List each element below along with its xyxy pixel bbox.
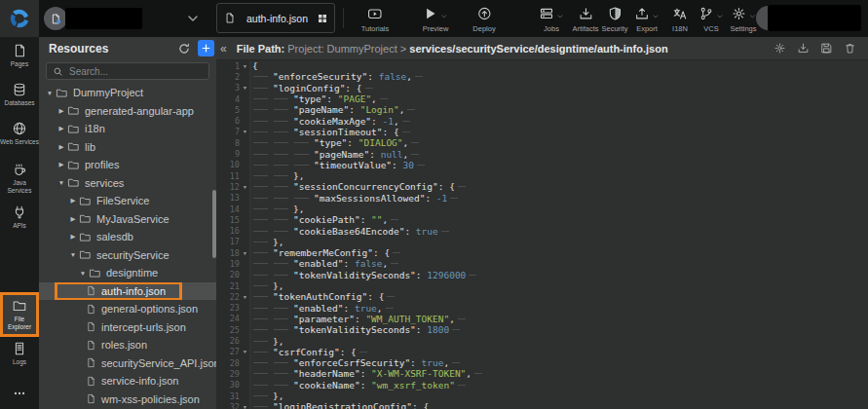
- delete-button[interactable]: [844, 42, 856, 55]
- caret-collapsed-icon[interactable]: ▶: [57, 143, 66, 151]
- collapse-panel-button[interactable]: «: [220, 43, 227, 55]
- sidebar-item-databases[interactable]: Databases: [0, 82, 39, 107]
- tree-item-designtime[interactable]: ▼designtime: [39, 264, 216, 282]
- code-line[interactable]: 5"pageName": "Login",: [216, 104, 868, 115]
- project-icon[interactable]: [44, 7, 67, 30]
- code-line[interactable]: 30"cookieName": "wm_xsrf_token": [216, 380, 868, 390]
- code-line[interactable]: 20"tokenValiditySeconds": 1296000: [216, 270, 868, 280]
- tree-item-service-info-json[interactable]: service-info.json: [39, 372, 216, 390]
- code-line[interactable]: 9"pageName": null,: [216, 148, 868, 159]
- layout-grid-button[interactable]: [311, 13, 334, 24]
- topbar-jobs-button[interactable]: Jobs: [539, 5, 564, 33]
- tree-item-wm-xss-policies-json[interactable]: wm-xss-policies.json: [39, 390, 216, 409]
- tree-item-auth-info-json[interactable]: auth-info.json: [39, 282, 216, 301]
- search-input[interactable]: [67, 65, 203, 78]
- topbar-export-button[interactable]: Export: [634, 5, 660, 33]
- code-line[interactable]: 16"cookieBase64Encode": true: [216, 225, 868, 236]
- code-line[interactable]: 23"enabled": true,: [216, 303, 868, 314]
- sidebar-item-web-services[interactable]: Web Services: [0, 121, 39, 146]
- code-line[interactable]: 28"enforceCsrfSecurity": true,: [216, 357, 868, 368]
- tree-item-lib[interactable]: ▶lib: [39, 138, 216, 157]
- topbar-preview-button[interactable]: Preview: [423, 5, 449, 33]
- caret-expanded-icon[interactable]: ▼: [78, 270, 88, 277]
- tree-item-generated-angular-app[interactable]: ▶generated-angular-app: [39, 102, 216, 121]
- add-resource-button[interactable]: [198, 40, 214, 56]
- code-line[interactable]: 17},: [216, 237, 868, 247]
- sidebar-item-java-services[interactable]: Java Services: [0, 162, 39, 194]
- tree-item-roles-json[interactable]: roles.json: [39, 336, 216, 354]
- topbar-tutorials-button[interactable]: Tutorials: [361, 5, 389, 33]
- code-line[interactable]: 21},: [216, 280, 868, 291]
- code-line[interactable]: 2"enforceSecurity": false,: [216, 71, 868, 82]
- topbar-artifacts-button[interactable]: Artifacts: [572, 5, 598, 33]
- fold-toggle[interactable]: ▼: [240, 294, 250, 300]
- caret-collapsed-icon[interactable]: ▶: [57, 161, 66, 168]
- topbar-security-button[interactable]: Security: [601, 5, 627, 33]
- code-line[interactable]: 24"parameter": "WM_AUTH_TOKEN",: [216, 314, 868, 324]
- code-line[interactable]: 11},: [216, 170, 868, 181]
- code-line[interactable]: 19"enabled": false,: [216, 258, 868, 269]
- chevron-down-icon[interactable]: [185, 11, 201, 26]
- code-line[interactable]: 32▼"loginRegistrationConfig": {: [216, 401, 868, 409]
- fold-toggle[interactable]: ▼: [240, 63, 250, 69]
- topbar-vcs-button[interactable]: VCS: [698, 5, 724, 33]
- caret-collapsed-icon[interactable]: ▶: [57, 107, 66, 115]
- code-editor[interactable]: 1▼{2"enforceSecurity": false,3▼"loginCon…: [216, 60, 868, 409]
- settings-button[interactable]: [774, 42, 786, 55]
- download-button[interactable]: [797, 42, 810, 55]
- caret-collapsed-icon[interactable]: ▶: [68, 197, 78, 204]
- app-logo[interactable]: [0, 0, 39, 37]
- tree-item-intercept-urls-json[interactable]: intercept-urls.json: [39, 318, 216, 337]
- code-line[interactable]: 4"type": "PAGE",: [216, 93, 868, 104]
- caret-collapsed-icon[interactable]: ▶: [68, 233, 78, 241]
- refresh-button[interactable]: [177, 42, 191, 56]
- tree-item-dummyproject[interactable]: ▼DummyProject: [39, 84, 216, 102]
- save-button[interactable]: [820, 42, 833, 55]
- fold-toggle[interactable]: ▼: [240, 349, 250, 354]
- tree-item-general-options-json[interactable]: general-options.json: [39, 300, 216, 318]
- code-line[interactable]: 13"maxSessionsAllowed": -1: [216, 193, 868, 204]
- tree-item-securityservice[interactable]: ▼securityService: [39, 246, 216, 265]
- caret-expanded-icon[interactable]: ▼: [45, 90, 55, 96]
- topbar-i18n-button[interactable]: I18N: [672, 5, 688, 33]
- tree-item-i18n[interactable]: ▶i18n: [39, 120, 216, 138]
- code-line[interactable]: 14},: [216, 204, 868, 214]
- code-line[interactable]: 31},: [216, 390, 868, 401]
- topbar-settings-button[interactable]: Settings: [730, 5, 756, 33]
- sidebar-item-logs[interactable]: Logs: [0, 341, 39, 366]
- code-line[interactable]: 22▼"tokenAuthConfig": {: [216, 291, 868, 302]
- caret-collapsed-icon[interactable]: ▶: [57, 125, 66, 132]
- caret-expanded-icon[interactable]: ▼: [68, 251, 78, 258]
- fold-toggle[interactable]: ▼: [240, 85, 250, 91]
- tree-item-fileservice[interactable]: ▶FileService: [39, 192, 216, 210]
- fold-toggle[interactable]: ▼: [240, 404, 250, 409]
- tree-item-myjavaservice[interactable]: ▶MyJavaService: [39, 210, 216, 229]
- sidebar-item-more[interactable]: [0, 386, 39, 401]
- fold-toggle[interactable]: ▼: [240, 129, 250, 134]
- code-line[interactable]: 10"timeoutValue": 30: [216, 160, 868, 170]
- caret-expanded-icon[interactable]: ▼: [57, 179, 66, 186]
- code-line[interactable]: 29"headerName": "X-WM-XSRF-TOKEN",: [216, 368, 868, 379]
- code-line[interactable]: 3▼"loginConfig": {: [216, 83, 868, 93]
- open-file-tab[interactable]: auth-info.json: [216, 3, 335, 33]
- code-line[interactable]: 26},: [216, 335, 868, 346]
- code-line[interactable]: 6"cookieMaxAge": -1,: [216, 115, 868, 126]
- sidebar-item-apis[interactable]: APIs: [0, 204, 39, 230]
- fold-toggle[interactable]: ▼: [240, 250, 250, 256]
- tree-item-salesdb[interactable]: ▶salesdb: [39, 228, 216, 246]
- sidebar-item-pages[interactable]: Pages: [0, 43, 39, 68]
- code-line[interactable]: 27▼"csrfConfig": {: [216, 347, 868, 357]
- code-line[interactable]: 15"cookiePath": "",: [216, 214, 868, 225]
- sidebar-item-file-explorer[interactable]: File Explorer: [0, 292, 39, 337]
- tree-item-securityservice-api-json[interactable]: securityService_API.json: [39, 354, 216, 373]
- code-line[interactable]: 8"type": "DIALOG",: [216, 137, 868, 148]
- code-line[interactable]: 18▼"rememberMeConfig": {: [216, 247, 868, 258]
- code-line[interactable]: 12▼"sessionConcurrencyConfig": {: [216, 181, 868, 192]
- tree-item-profiles[interactable]: ▶profiles: [39, 156, 216, 174]
- caret-collapsed-icon[interactable]: ▶: [68, 215, 78, 223]
- code-line[interactable]: 1▼{: [216, 60, 868, 71]
- topbar-deploy-button[interactable]: Deploy: [472, 5, 495, 33]
- code-line[interactable]: 7▼"sessionTimeout": {: [216, 127, 868, 137]
- fold-toggle[interactable]: ▼: [240, 184, 250, 190]
- code-line[interactable]: 25"tokenValiditySeconds": 1800: [216, 324, 868, 335]
